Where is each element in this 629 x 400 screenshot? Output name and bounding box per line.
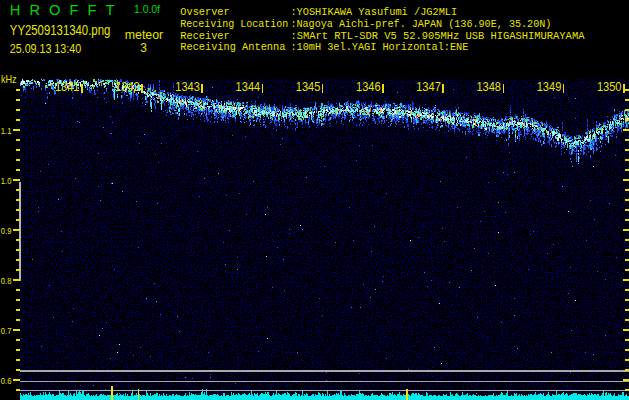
svg-text:YY2509131340.png: YY2509131340.png [10, 22, 111, 38]
svg-text:1349: 1349 [537, 80, 562, 94]
svg-text::10mH 3el.YAGI Horizontal:ENE: :10mH 3el.YAGI Horizontal:ENE [290, 41, 468, 53]
svg-text:Receiver: Receiver [180, 30, 229, 42]
svg-text:1343: 1343 [175, 80, 200, 94]
svg-text::Nagoya Aichi-pref. JAPAN (136: :Nagoya Aichi-pref. JAPAN (136.90E, 35.2… [290, 18, 551, 30]
svg-text:1347: 1347 [416, 80, 441, 94]
svg-text:1.0.0f: 1.0.0f [134, 3, 161, 15]
svg-text:1.0: 1.0 [1, 175, 12, 186]
svg-text:1342: 1342 [115, 80, 140, 94]
svg-text:Receiving Location: Receiving Location [180, 18, 288, 30]
svg-text:0.6: 0.6 [1, 375, 12, 386]
svg-text:1341: 1341 [55, 80, 80, 94]
svg-text:3: 3 [140, 41, 147, 55]
svg-text:meteor: meteor [125, 27, 164, 42]
svg-text:0.8: 0.8 [1, 275, 12, 286]
svg-text:0.7: 0.7 [1, 325, 12, 336]
svg-text::SMArt RTL-SDR V5 52.905MHz US: :SMArt RTL-SDR V5 52.905MHz USB HIGASHIM… [290, 30, 585, 42]
svg-text:1348: 1348 [476, 80, 501, 94]
svg-text:Receiving Antenna: Receiving Antenna [180, 41, 285, 53]
svg-text:Ovserver: Ovserver [180, 6, 229, 18]
svg-text:1344: 1344 [236, 80, 261, 94]
svg-text:kHz: kHz [1, 74, 17, 85]
svg-text::YOSHIKAWA Yasufumi /JG2MLI: :YOSHIKAWA Yasufumi /JG2MLI [290, 6, 457, 18]
svg-text:1346: 1346 [356, 80, 381, 94]
svg-text:25.09.13 13:40: 25.09.13 13:40 [10, 41, 82, 56]
svg-text:0.9: 0.9 [1, 225, 12, 236]
svg-text:1345: 1345 [296, 80, 321, 94]
svg-text:1.1: 1.1 [1, 125, 12, 136]
svg-text:1350: 1350 [597, 80, 622, 94]
svg-text:H R O F F T: H R O F F T [10, 2, 115, 18]
